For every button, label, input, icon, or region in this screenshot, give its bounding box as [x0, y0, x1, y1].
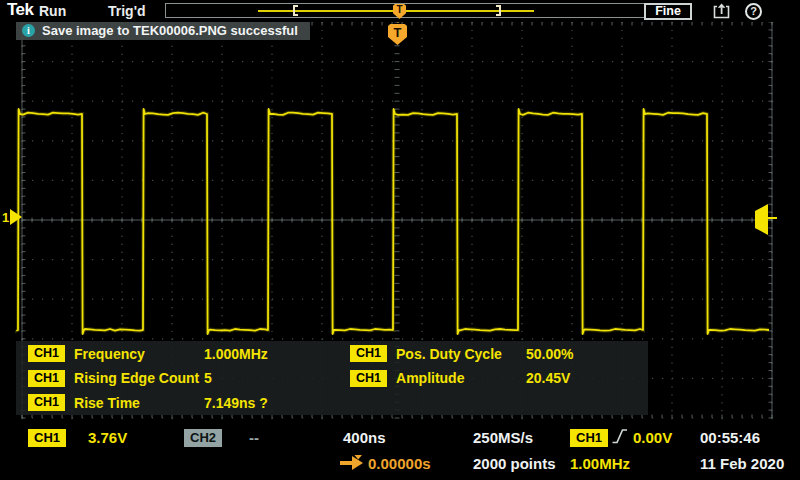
ch1-badge[interactable]: CH1 [28, 429, 66, 447]
measurement-label: Rise Time [74, 395, 204, 411]
measurement-row: CH1Amplitude20.45V [350, 366, 574, 390]
acquisition-status: Run [39, 3, 66, 19]
measurement-channel-badge: CH1 [28, 345, 65, 362]
clock-time: 00:55:46 [700, 429, 760, 446]
record-length-readout: 2000 points [473, 455, 556, 472]
trigger-source-badge[interactable]: CH1 [570, 429, 608, 447]
trigger-status: Trig'd [108, 3, 146, 19]
ch2-badge[interactable]: CH2 [184, 429, 222, 447]
measurement-value: 1.000MHz [204, 346, 268, 362]
record-trigger-marker-icon: T [393, 4, 406, 19]
window-left-bracket [293, 5, 298, 16]
save-icon[interactable] [711, 3, 732, 20]
measurement-row: CH1Rise Time7.149ns ? [28, 391, 268, 415]
measurement-value: 50.00% [526, 346, 573, 362]
help-icon[interactable]: ? [745, 3, 762, 20]
measurement-value: 5 [204, 370, 212, 386]
measurement-value: 7.149ns ? [204, 395, 268, 411]
info-icon: i [22, 24, 35, 37]
notification-text: Save image to TEK00006.PNG successful [42, 23, 298, 38]
ch1-scale-readout: 3.76V [88, 429, 127, 446]
trigger-level-readout: 0.00V [633, 429, 672, 446]
measurement-row: CH1Rising Edge Count5 [28, 366, 268, 390]
measurement-value: 20.45V [526, 370, 570, 386]
measurement-channel-badge: CH1 [350, 345, 387, 362]
sample-rate-readout: 250MS/s [473, 429, 533, 446]
record-position-bar[interactable]: T [165, 3, 675, 18]
horizontal-delay-arrow-icon [340, 455, 364, 470]
horizontal-delay-readout: 0.00000s [368, 455, 431, 472]
fine-button[interactable]: Fine [644, 3, 692, 20]
channel1-ground-marker[interactable]: 1 [2, 209, 22, 225]
trigger-level-marker[interactable] [755, 211, 768, 229]
measurement-column-right: CH1Pos. Duty Cycle50.00%CH1Amplitude20.4… [350, 341, 574, 390]
horizontal-scale-readout: 400ns [343, 429, 386, 446]
measurement-column-left: CH1Frequency1.000MHzCH1Rising Edge Count… [28, 341, 268, 415]
notification-toast: i Save image to TEK00006.PNG successful [16, 21, 310, 40]
tek-logo: Tek [7, 0, 34, 20]
channel1-marker-arrow-icon [10, 209, 22, 225]
measurement-label: Frequency [74, 346, 204, 362]
trigger-level-arrow-icon [755, 204, 768, 235]
oscilloscope-screen: T 1 CH1Frequency1.000MHzCH1Rising Edge C… [0, 0, 800, 480]
measurement-label: Rising Edge Count [74, 370, 204, 386]
measurement-panel: CH1Frequency1.000MHzCH1Rising Edge Count… [16, 341, 648, 415]
ch1-waveform-trace [17, 109, 769, 334]
measurement-channel-badge: CH1 [28, 370, 65, 387]
ch2-scale-readout: -- [249, 429, 259, 446]
trigger-slope-rising-icon [611, 427, 629, 445]
date-readout: 11 Feb 2020 [700, 455, 784, 472]
status-bar: CH1 3.76V CH2 -- 400ns 250MS/s CH1 0.00V… [0, 424, 800, 480]
measurement-channel-badge: CH1 [28, 394, 65, 411]
measurement-label: Pos. Duty Cycle [396, 346, 526, 362]
measurement-row: CH1Frequency1.000MHz [28, 342, 268, 366]
trigger-level-stub [768, 217, 777, 219]
trigger-frequency-readout: 1.00MHz [570, 455, 630, 472]
measurement-row: CH1Pos. Duty Cycle50.00% [350, 342, 574, 366]
top-menu-bar: Tek Run Trig'd T Fine ? [0, 0, 800, 22]
window-right-bracket [496, 5, 501, 16]
channel1-marker-label: 1 [2, 210, 9, 225]
measurement-label: Amplitude [396, 370, 526, 386]
measurement-channel-badge: CH1 [350, 370, 387, 387]
